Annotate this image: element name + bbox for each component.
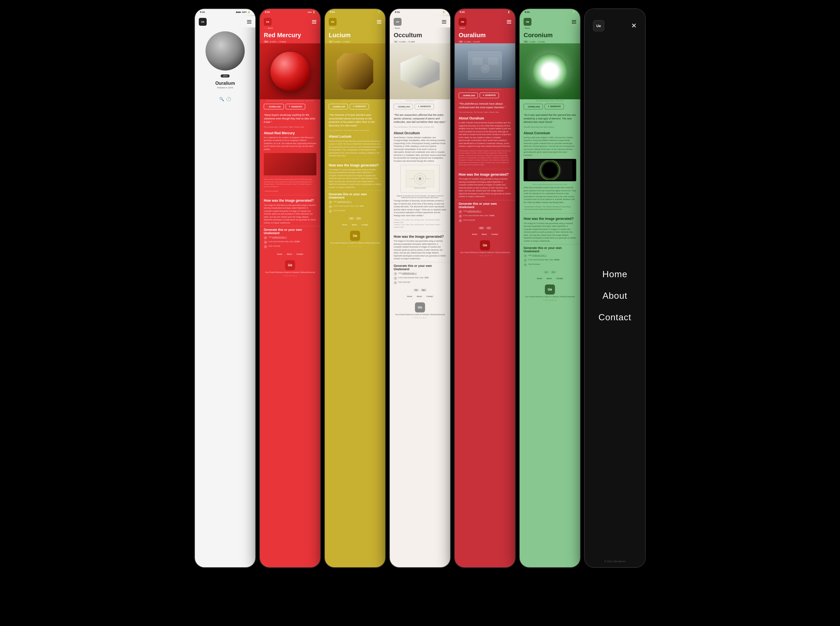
coronium-continued: What these scientists couldn't know at t… — [520, 186, 580, 205]
date-range-2b: — R:2004 — [277, 41, 286, 43]
battery-2: 🔋 — [312, 11, 315, 13]
menu-button-6[interactable] — [572, 20, 576, 23]
footer-about-3[interactable]: About — [352, 224, 357, 226]
footer-nav-3: Home About Contact — [325, 222, 385, 228]
about-heading-3: About Lucium — [325, 133, 385, 139]
menu-button-3[interactable] — [377, 20, 382, 23]
menu-button-1[interactable] — [247, 20, 251, 23]
status-icons-2: ●●● 🔋 — [308, 11, 316, 13]
how-text-5: The image for Ouralium was generated usi… — [455, 177, 515, 199]
seed-value-2: 31048 — [295, 241, 300, 243]
footer-logo-section-3: Ue Your Pocket Reference Guide for Histo… — [325, 228, 385, 249]
element-image-1 — [206, 31, 245, 70]
step-num-2: ② — [264, 241, 267, 244]
footer-copy-6: © 2021 Alex Bruno — [543, 299, 557, 301]
seed-value-6: 20323 — [554, 259, 559, 261]
element-title-4: Occultum — [390, 30, 450, 40]
menu-item-home[interactable]: Home — [602, 263, 627, 285]
download-button-4[interactable]: ↓ DOWNLOAD — [394, 104, 413, 110]
generate-button-6[interactable]: ✦ GENERATE — [545, 104, 564, 110]
footer-home-2[interactable]: Home — [277, 253, 282, 255]
time-6: 9:41 — [525, 11, 530, 13]
pill-lu3: Lu — [544, 271, 549, 274]
how-heading-4: How was the image generated? — [390, 233, 450, 239]
footnotes-2b: † elements.periodic — [260, 189, 320, 193]
clock-icon[interactable]: 🕐 — [226, 97, 231, 101]
date-range-5: D:1869 — R:1879 — [464, 41, 480, 43]
footer-about-5[interactable]: About — [482, 233, 487, 235]
seed-value-4: 3154 — [424, 277, 429, 279]
footer-home-4[interactable]: Home — [407, 295, 412, 297]
generate-heading-3: Generate this or your own Unelement — [329, 192, 382, 199]
pill-cu: Cu — [356, 217, 361, 220]
time-4: 9:41 — [395, 11, 400, 13]
footer-contact-4[interactable]: Contact — [426, 295, 433, 297]
generate-button-5[interactable]: ✦ GENERATE — [480, 92, 499, 98]
how-heading-6: How was the image generated? — [520, 215, 580, 221]
generate-steps-5: ① Visit unelement.com ↗ ② In the Seed Nu… — [458, 210, 511, 222]
image-caption-3: Lucium in its natural state. © Alex Brun… — [325, 99, 385, 102]
footer-home-5[interactable]: Home — [472, 233, 477, 235]
footer-about-2[interactable]: About — [287, 253, 292, 255]
svg-point-3 — [419, 177, 421, 180]
download-button-2[interactable]: ↓ DOWNLOAD — [264, 104, 284, 110]
image-caption-4: Occultum crystal formation. © Alex Bruno — [390, 99, 450, 102]
seed-value-5: 20492 — [490, 214, 495, 216]
download-button-5[interactable]: ↓ DOWNLOAD — [458, 92, 478, 98]
footer-tagline-4: Your Pocket Reference Guide for Historie… — [395, 313, 445, 316]
logo-1[interactable]: Ue — [199, 18, 207, 26]
footer-home-3[interactable]: Home — [342, 224, 347, 226]
nav-bar-3: Ue — [325, 16, 385, 27]
download-button-3[interactable]: ↓ DOWNLOAD — [329, 104, 348, 110]
close-button[interactable]: ✕ — [631, 22, 637, 29]
svg-rect-9 — [488, 58, 498, 65]
menu-items: Home About Contact — [585, 37, 645, 554]
footer-tagline-3: Your Pocket Reference Guide for Historie… — [330, 242, 380, 244]
generate-button-4[interactable]: ✦ GENERATE — [415, 104, 434, 110]
status-bar-5: 9:41 🔋 — [455, 9, 515, 14]
menu-button-5[interactable] — [507, 20, 511, 23]
about-text-5: In 1869, Parisian chemist Antony Guyard … — [455, 121, 515, 149]
image-caption-6: Solar corona during eclipse. © Alex Brun… — [520, 99, 580, 102]
status-bar-3: 9:41 🔋 — [325, 9, 385, 14]
footer-about-4[interactable]: About — [417, 295, 422, 297]
battery-5: 🔋 — [507, 11, 510, 13]
action-buttons-6: ↓ DOWNLOAD ✦ GENERATE — [520, 102, 580, 111]
footer-nav-4: Home About Contact — [390, 293, 450, 300]
footer-contact-3[interactable]: Contact — [361, 224, 368, 226]
footer-logo-3: Ue — [350, 231, 360, 241]
about-text-3: French Chemist Proper Barrière announced… — [325, 139, 385, 158]
logo-2[interactable]: Ue — [264, 18, 272, 26]
white-crystal-visual — [400, 55, 440, 88]
footer-home-6[interactable]: Home — [537, 277, 542, 279]
menu-button-2[interactable] — [312, 20, 316, 23]
download-button-6[interactable]: ↓ DOWNLOAD — [524, 104, 543, 110]
nav-bar-4: Ue — [390, 16, 450, 27]
date-range-6: D:1869 — R:1930 — [529, 41, 545, 43]
pill-rm: Rm — [421, 289, 426, 291]
logo-6[interactable]: Ue — [524, 18, 531, 26]
pill-ou: Ou — [551, 271, 556, 274]
search-icon[interactable]: 🔍 — [219, 97, 224, 101]
date-row-5: Ou D:1869 — R:1879 — [455, 40, 515, 43]
date-row-6: Co D:1869 — R:1930 — [520, 40, 580, 43]
footer-about-6[interactable]: About — [546, 277, 552, 279]
menu-item-contact[interactable]: Contact — [598, 307, 631, 328]
nav-bar-2: Ue — [260, 16, 320, 27]
footer-nav-5: Home About Contact — [455, 231, 515, 238]
footer-logo-section-6: Ue Your Pocket Reference Guide for Histo… — [520, 282, 580, 302]
footer-contact-6[interactable]: Contact — [556, 277, 563, 279]
menu-button-4[interactable] — [442, 20, 446, 23]
logo-5[interactable]: Ue — [458, 18, 466, 26]
pill-lu2: Lu — [486, 227, 491, 229]
date-range-4: D:1909 — R:1995 — [399, 41, 415, 43]
generate-button-2[interactable]: ✦ GENERATE — [286, 104, 305, 110]
footer-logo-section-4: Ue Your Pocket Reference Guide for Histo… — [390, 300, 450, 320]
footer-contact-5[interactable]: Contact — [491, 233, 498, 235]
footer-contact-2[interactable]: Contact — [296, 253, 303, 255]
phone-screen-3: 9:41 🔋 Ue ‹ Back Lucium Lu D:1896 — R:18… — [324, 8, 386, 568]
logo-3[interactable]: Ue — [329, 18, 336, 26]
generate-button-3[interactable]: ✦ GENERATE — [350, 104, 369, 110]
menu-item-about[interactable]: About — [603, 285, 628, 307]
logo-4[interactable]: Ue — [394, 18, 402, 26]
